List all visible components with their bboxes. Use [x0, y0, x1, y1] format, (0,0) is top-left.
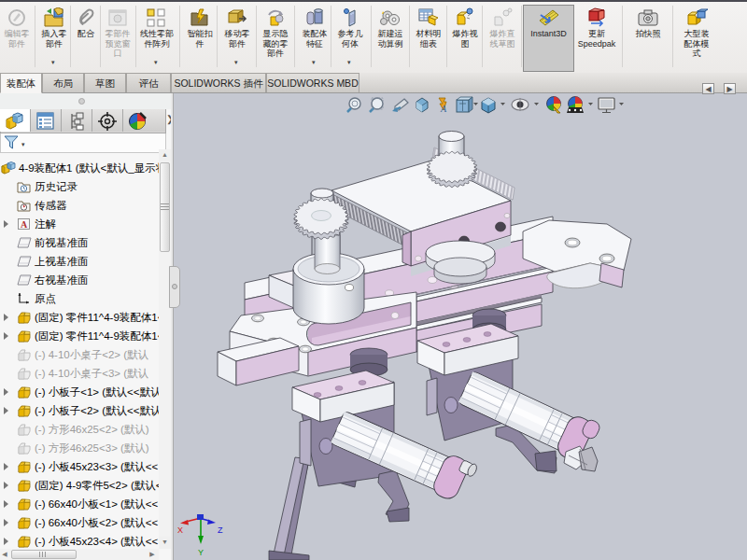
svg-text:A: A	[440, 104, 447, 114]
svg-text:Y: Y	[198, 548, 204, 557]
svg-text:Z: Z	[218, 525, 223, 535]
svg-text:X: X	[177, 525, 183, 535]
svg-text:A: A	[21, 219, 28, 230]
